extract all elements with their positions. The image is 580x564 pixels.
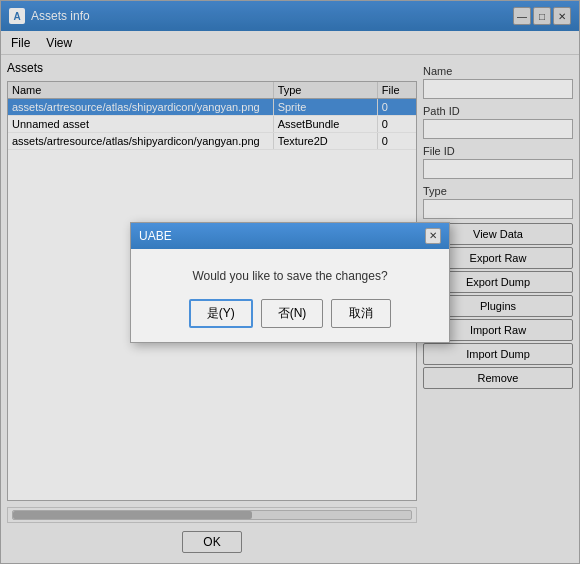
dialog-buttons: 是(Y)否(N)取消 <box>151 299 429 328</box>
dialog: UABE ✕ Would you like to save the change… <box>130 222 450 343</box>
dialog-body: Would you like to save the changes? 是(Y)… <box>131 249 449 342</box>
dialog-close-button[interactable]: ✕ <box>425 228 441 244</box>
dialog-message: Would you like to save the changes? <box>151 269 429 283</box>
yes-btn[interactable]: 是(Y) <box>189 299 253 328</box>
cancel-btn[interactable]: 取消 <box>331 299 391 328</box>
dialog-overlay: UABE ✕ Would you like to save the change… <box>1 1 579 563</box>
dialog-title-bar: UABE ✕ <box>131 223 449 249</box>
main-window: A Assets info — □ ✕ File View Assets Nam… <box>0 0 580 564</box>
dialog-title: UABE <box>139 229 172 243</box>
no-btn[interactable]: 否(N) <box>261 299 324 328</box>
